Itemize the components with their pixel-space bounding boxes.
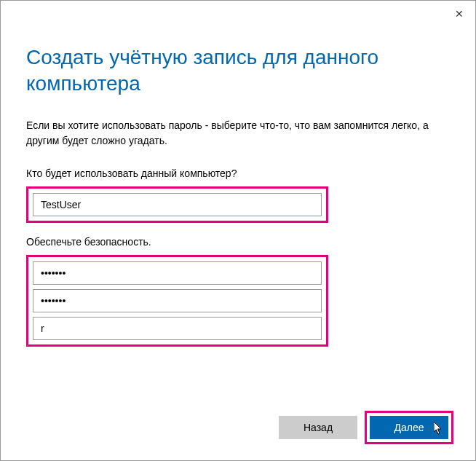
next-button[interactable]: Далее (370, 416, 448, 439)
description-text: Если вы хотите использовать пароль - выб… (26, 118, 450, 149)
password-highlight (26, 255, 328, 347)
dialog-content: Создать учётную запись для данного компь… (1, 1, 475, 347)
password-confirm-input[interactable] (33, 289, 322, 312)
footer-buttons: Назад Далее (279, 411, 453, 444)
close-icon: ✕ (455, 8, 464, 20)
password-input[interactable] (33, 261, 322, 285)
password-section-label: Обеспечьте безопасность. (26, 236, 450, 248)
page-title: Создать учётную запись для данного компь… (26, 44, 450, 98)
password-hint-input[interactable] (33, 317, 322, 340)
next-button-highlight: Далее (365, 411, 453, 444)
username-input[interactable] (33, 193, 322, 216)
username-label: Кто будет использовать данный компьютер? (26, 168, 450, 179)
close-button[interactable]: ✕ (452, 7, 467, 21)
back-button[interactable]: Назад (279, 416, 357, 439)
username-highlight (26, 186, 328, 223)
